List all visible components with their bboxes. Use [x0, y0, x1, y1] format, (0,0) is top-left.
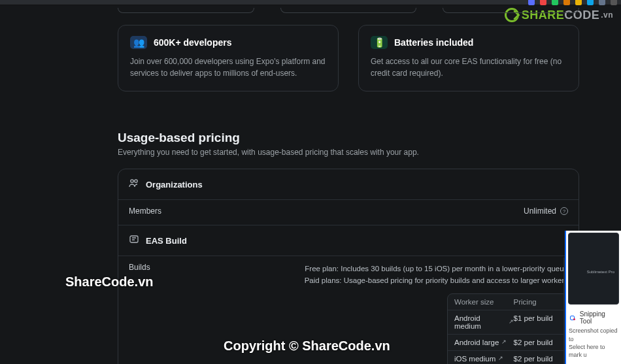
worker-name: Android medium [454, 314, 506, 330]
info-icon[interactable]: ? [560, 207, 568, 215]
snip-title: Snipping Tool [580, 310, 618, 325]
members-row: Members Unlimited ? [118, 200, 579, 225]
svg-point-1 [135, 180, 137, 182]
worker-name: Android large [454, 339, 499, 346]
worker-price: $2 per build [514, 339, 561, 346]
group-title: EAS Build [146, 236, 187, 246]
table-row[interactable]: iOS medium↗ $2 per build [448, 350, 567, 364]
ext-icon[interactable] [528, 0, 535, 5]
battery-icon: 🔋 [371, 36, 388, 49]
external-link-icon: ↗ [509, 318, 514, 325]
ext-icon[interactable] [611, 0, 617, 5]
ext-icon[interactable] [552, 0, 558, 5]
page-content: 👥 600K+ developers Join over 600,000 dev… [118, 8, 579, 364]
group-title: Organizations [146, 180, 203, 190]
external-link-icon: ↗ [498, 355, 503, 361]
ext-icon[interactable] [599, 0, 605, 5]
card-body: Get access to all our core EAS functiona… [371, 56, 567, 79]
external-link-icon: ↗ [501, 339, 507, 345]
card-title: 600K+ developers [154, 37, 231, 48]
worker-price: $2 per build [514, 355, 561, 363]
watermark-text: ShareCode.vn [65, 274, 153, 290]
svg-rect-2 [130, 236, 138, 242]
pricing-box: Organizations Members Unlimited ? EAS Bu… [118, 169, 579, 364]
feature-card-edge [118, 8, 254, 13]
watermark-text: Copyright © ShareCode.vn [224, 339, 390, 354]
group-eas-build: EAS Build [118, 225, 579, 256]
feature-card-developers: 👥 600K+ developers Join over 600,000 dev… [118, 25, 339, 91]
snip-line: Screenshot copied to [569, 327, 618, 342]
worker-name: iOS medium [454, 355, 495, 363]
builds-desc-line: Free plan: Includes 30 builds (up to 15 … [305, 263, 568, 274]
ext-icon[interactable] [540, 0, 546, 5]
feature-card-batteries: 🔋 Batteries included Get access to all o… [358, 25, 579, 91]
ext-icon[interactable] [587, 0, 594, 5]
feature-card-edge [280, 8, 417, 13]
worker-pricing-table: Worker size Pricing Android medium↗ $1 p… [447, 293, 568, 364]
snipping-tool-toast[interactable]: Sublimetext Pro Snipping Tool Screenshot… [565, 231, 621, 364]
build-icon [129, 235, 139, 246]
card-body: Join over 600,000 developers using Expo'… [130, 56, 326, 79]
browser-chrome [0, 0, 621, 5]
snipping-tool-icon [569, 314, 577, 322]
svg-point-0 [131, 180, 133, 182]
snip-thumbnail[interactable]: Sublimetext Pro [568, 233, 619, 305]
table-header: Pricing [514, 298, 561, 306]
logo-vn: .vn [601, 10, 613, 20]
members-value: Unlimited [524, 207, 556, 216]
feature-card-edge [443, 8, 579, 13]
snip-thumbnail-text: Sublimetext Pro [587, 270, 614, 274]
ext-icon[interactable] [575, 0, 582, 5]
snip-line: Select here to mark u [569, 343, 618, 359]
card-title: Batteries included [394, 37, 473, 48]
section-title: Usage-based pricing [118, 131, 579, 145]
table-row[interactable]: Android large↗ $2 per build [448, 334, 567, 350]
table-row[interactable]: Android medium↗ $1 per build [448, 310, 567, 334]
table-header: Worker size [454, 298, 514, 306]
ext-icon[interactable] [563, 0, 570, 5]
developers-icon: 👥 [130, 36, 147, 49]
extension-icons [528, 0, 617, 5]
group-organizations: Organizations [118, 169, 579, 200]
worker-price: $1 per build [514, 314, 561, 330]
members-label: Members [129, 207, 161, 216]
section-subtitle: Everything you need to get started, with… [118, 148, 579, 157]
builds-label: Builds [129, 263, 150, 272]
organizations-icon [129, 178, 139, 190]
builds-desc-line: Paid plans: Usage-based pricing for prio… [305, 274, 568, 286]
